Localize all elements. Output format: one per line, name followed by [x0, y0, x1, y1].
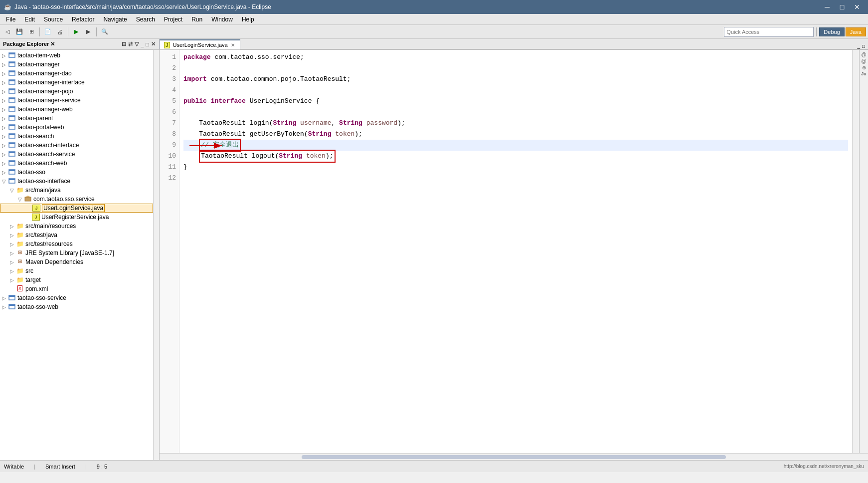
tree-arrow-icon: ▷ — [10, 242, 16, 247]
menu-item-source[interactable]: Source — [40, 15, 67, 24]
pe-header-controls: ⊟ ⇄ ▽ _ □ ✕ — [121, 40, 156, 48]
tree-item[interactable]: ▷taotao-search-interface — [0, 141, 153, 150]
tree-item[interactable]: ▷taotao-search-web — [0, 159, 153, 168]
pe-scrollbar[interactable] — [153, 50, 159, 460]
project-icon — [8, 115, 16, 122]
right-sidebar: @ @ ⊕ Ju — [859, 50, 868, 453]
tree-item[interactable]: ▷📁target — [0, 275, 153, 284]
tree-item[interactable]: ▷taotao-manager — [0, 60, 153, 69]
menu-item-file[interactable]: File — [2, 15, 19, 24]
tree-item[interactable]: ▷taotao-manager-service — [0, 96, 153, 105]
debug-perspective-button[interactable]: Debug — [819, 27, 844, 36]
tree-item[interactable]: ▷📁src/test/java — [0, 231, 153, 240]
tree-item[interactable]: ▷taotao-manager-interface — [0, 78, 153, 87]
toolbar-search-btn[interactable]: 🔍 — [99, 26, 110, 37]
tree-item[interactable]: JUserRegisterService.java — [0, 213, 153, 222]
toolbar-sep2 — [68, 27, 68, 36]
toolbar-run-btn[interactable]: ▶ — [71, 26, 82, 37]
toolbar-new-btn[interactable]: 📄 — [42, 26, 53, 37]
svg-rect-29 — [9, 179, 15, 180]
svg-rect-17 — [9, 125, 15, 126]
maximize-button[interactable]: □ — [835, 1, 849, 12]
pe-header: Package Explorer ✕ ⊟ ⇄ ▽ _ □ ✕ — [0, 39, 159, 50]
project-icon — [8, 52, 16, 59]
quick-access-input[interactable] — [724, 27, 814, 37]
svg-rect-27 — [9, 170, 15, 171]
tree-item[interactable]: ▷taotao-portal-web — [0, 123, 153, 132]
menu-item-help[interactable]: Help — [238, 15, 258, 24]
tree-arrow-icon: ▷ — [2, 116, 8, 121]
close-button[interactable]: ✕ — [850, 1, 864, 12]
menu-item-run[interactable]: Run — [187, 15, 206, 24]
main-layout: Package Explorer ✕ ⊟ ⇄ ▽ _ □ ✕ ▷taotao-i… — [0, 39, 868, 460]
pe-link-btn[interactable]: ⇄ — [128, 40, 133, 48]
tab-close-btn[interactable]: ✕ — [231, 42, 235, 48]
pe-menu-btn[interactable]: ▽ — [134, 40, 139, 48]
tree-item[interactable]: ▷taotao-search — [0, 132, 153, 141]
toolbar-print-btn[interactable]: 🖨 — [54, 26, 65, 37]
menu-item-project[interactable]: Project — [160, 15, 186, 24]
tree-item[interactable]: ▽📁src/main/java — [0, 186, 153, 195]
tree-item[interactable]: ▷📁src/main/resources — [0, 222, 153, 231]
tree-item[interactable]: ▷taotao-search-service — [0, 150, 153, 159]
tree-item[interactable]: ▷taotao-manager-dao — [0, 69, 153, 78]
tree-item[interactable]: Xpom.xml — [0, 284, 153, 293]
tree-item-label: taotao-search-web — [17, 160, 67, 167]
code-line-9: // 安全退出 — [183, 140, 848, 151]
svg-rect-21 — [9, 143, 15, 144]
menu-item-navigate[interactable]: Navigate — [99, 15, 131, 24]
menu-item-window[interactable]: Window — [207, 15, 237, 24]
project-icon — [8, 133, 16, 140]
tree-arrow-icon: ▷ — [2, 161, 8, 166]
tree-item[interactable]: ▽taotao-sso-interface — [0, 177, 153, 186]
tree-item-label: src/main/java — [25, 187, 61, 194]
editor-minimize[interactable]: _ — [857, 43, 860, 49]
tree-item[interactable]: ▷📁src — [0, 266, 153, 275]
editor-maximize[interactable]: □ — [862, 43, 865, 49]
editor-scrollbar[interactable] — [852, 50, 859, 453]
pe-scroll-wrapper: ▷taotao-item-web▷taotao-manager▷taotao-m… — [0, 50, 159, 460]
tree-item[interactable]: ▷taotao-sso-web — [0, 302, 153, 311]
tree-item[interactable]: ▷⊞Maven Dependencies — [0, 257, 153, 266]
tree-item-label: taotao-item-web — [17, 52, 60, 59]
toolbar-back-btn[interactable]: ◁ — [2, 26, 13, 37]
tree-item[interactable]: ▷taotao-sso — [0, 168, 153, 177]
pe-max-btn[interactable]: □ — [145, 41, 150, 48]
status-url: http://blog.csdn.net/xreronyman_sku — [784, 464, 864, 469]
svg-rect-30 — [25, 197, 31, 201]
toolbar-save-all-btn[interactable]: ⊞ — [26, 26, 37, 37]
java-perspective-button[interactable]: Java — [846, 27, 866, 36]
tree-item[interactable]: ▽com.taotao.sso.service — [0, 195, 153, 204]
pe-close-btn[interactable]: ✕ — [151, 40, 156, 48]
tree-item[interactable]: ▷📁src/test/resources — [0, 240, 153, 248]
menu-item-refactor[interactable]: Refactor — [68, 15, 98, 24]
tree-arrow-icon: ▷ — [2, 71, 8, 76]
toolbar-save-btn[interactable]: 💾 — [14, 26, 25, 37]
menu-item-search[interactable]: Search — [132, 15, 159, 24]
project-icon — [8, 61, 16, 68]
pe-collapse-btn[interactable]: ⊟ — [121, 40, 127, 48]
status-smart-insert: Smart Insert — [45, 464, 75, 470]
tree-item-label: taotao-manager — [17, 61, 60, 68]
sidebar-icon-ju: Ju — [861, 71, 867, 76]
pe-min-btn[interactable]: _ — [140, 41, 144, 48]
tree-item[interactable]: ▷taotao-parent — [0, 114, 153, 123]
toolbar-debug-run-btn[interactable]: ▶ — [83, 26, 94, 37]
minimize-button[interactable]: ─ — [820, 1, 834, 12]
tree-item[interactable]: JUserLoginService.java — [0, 204, 153, 213]
app-icon: ☕ — [4, 3, 11, 10]
tree-item[interactable]: ▷taotao-manager-pojo — [0, 87, 153, 96]
tree-item[interactable]: ▷⊞JRE System Library [JavaSE-1.7] — [0, 248, 153, 257]
svg-rect-33 — [9, 295, 15, 297]
tree-item-label: taotao-search — [17, 133, 54, 140]
tree-item[interactable]: ▷taotao-item-web — [0, 51, 153, 60]
toolbar-sep3 — [96, 27, 97, 36]
code-area[interactable]: package com.taotao.sso.service; import c… — [179, 50, 852, 453]
tree-item[interactable]: ▷taotao-sso-service — [0, 293, 153, 302]
tree-item[interactable]: ▷taotao-manager-web — [0, 105, 153, 114]
bottom-scrollbar[interactable] — [160, 453, 868, 460]
svg-rect-19 — [9, 134, 15, 135]
menu-item-edit[interactable]: Edit — [20, 15, 39, 24]
editor-tab-active[interactable]: J UserLoginService.java ✕ — [160, 39, 240, 49]
editor-tabs: J UserLoginService.java ✕ _ □ — [160, 39, 868, 50]
